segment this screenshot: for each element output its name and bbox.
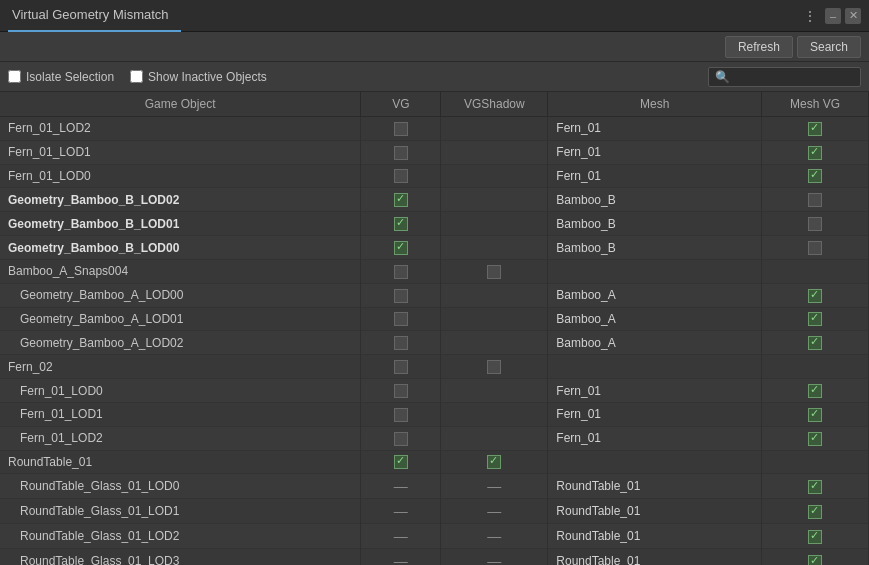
search-wrapper: 🔍 bbox=[708, 67, 861, 87]
title-bar: Virtual Geometry Mismatch ⋮ – ✕ bbox=[0, 0, 869, 32]
col-header-mesh: Mesh bbox=[548, 92, 762, 117]
cell-game-object: RoundTable_Glass_01_LOD1 bbox=[0, 499, 361, 524]
show-inactive-objects-input[interactable] bbox=[130, 70, 143, 83]
data-table: Game Object VG VGShadow Mesh Mesh VG Fer… bbox=[0, 92, 869, 565]
checkbox-empty bbox=[394, 336, 408, 350]
table-row[interactable]: Geometry_Bamboo_A_LOD01Bamboo_A bbox=[0, 307, 869, 331]
cell-mesh: RoundTable_01 bbox=[548, 549, 762, 565]
table-row[interactable]: Bamboo_A_Snaps004 bbox=[0, 259, 869, 283]
table-row[interactable]: Fern_01_LOD1Fern_01 bbox=[0, 402, 869, 426]
cell-mesh: Bamboo_A bbox=[548, 307, 762, 331]
checkbox-checked bbox=[808, 408, 822, 422]
cell-meshvg bbox=[762, 474, 869, 499]
cell-vg bbox=[361, 117, 441, 141]
table-row[interactable]: RoundTable_Glass_01_LOD2——RoundTable_01 bbox=[0, 524, 869, 549]
cell-vgshadow: — bbox=[441, 499, 548, 524]
cell-meshvg bbox=[762, 307, 869, 331]
cell-meshvg bbox=[762, 283, 869, 307]
dash-indicator: — bbox=[394, 553, 408, 565]
isolate-selection-checkbox[interactable]: Isolate Selection bbox=[8, 70, 114, 84]
table-row[interactable]: Fern_01_LOD1Fern_01 bbox=[0, 140, 869, 164]
cell-mesh: RoundTable_01 bbox=[548, 499, 762, 524]
checkbox-checked bbox=[808, 312, 822, 326]
cell-mesh: Bamboo_B bbox=[548, 188, 762, 212]
cell-game-object: Geometry_Bamboo_A_LOD02 bbox=[0, 331, 361, 355]
table-row[interactable]: Fern_01_LOD2Fern_01 bbox=[0, 117, 869, 141]
checkbox-checked bbox=[394, 217, 408, 231]
checkbox-checked bbox=[808, 505, 822, 519]
table-row[interactable]: Fern_01_LOD0Fern_01 bbox=[0, 164, 869, 188]
cell-vgshadow bbox=[441, 188, 548, 212]
isolate-selection-input[interactable] bbox=[8, 70, 21, 83]
cell-mesh: Bamboo_B bbox=[548, 212, 762, 236]
table-row[interactable]: Fern_02 bbox=[0, 355, 869, 379]
checkbox-empty bbox=[394, 312, 408, 326]
cell-vg: — bbox=[361, 474, 441, 499]
cell-vgshadow bbox=[441, 236, 548, 260]
cell-vg bbox=[361, 164, 441, 188]
close-button[interactable]: ✕ bbox=[845, 8, 861, 24]
cell-game-object: Geometry_Bamboo_B_LOD00 bbox=[0, 236, 361, 260]
checkbox-empty bbox=[487, 265, 501, 279]
cell-vg bbox=[361, 355, 441, 379]
toolbar: Refresh Search bbox=[0, 32, 869, 62]
table-row[interactable]: Geometry_Bamboo_B_LOD02Bamboo_B bbox=[0, 188, 869, 212]
search-input[interactable] bbox=[734, 70, 854, 84]
table-row[interactable]: RoundTable_Glass_01_LOD1——RoundTable_01 bbox=[0, 499, 869, 524]
cell-mesh bbox=[548, 259, 762, 283]
checkbox-empty bbox=[808, 217, 822, 231]
search-button[interactable]: Search bbox=[797, 36, 861, 58]
cell-vg: — bbox=[361, 499, 441, 524]
table-row[interactable]: Geometry_Bamboo_A_LOD02Bamboo_A bbox=[0, 331, 869, 355]
cell-vgshadow bbox=[441, 307, 548, 331]
cell-meshvg bbox=[762, 140, 869, 164]
table-row[interactable]: RoundTable_Glass_01_LOD0——RoundTable_01 bbox=[0, 474, 869, 499]
cell-mesh: RoundTable_01 bbox=[548, 474, 762, 499]
table-row[interactable]: RoundTable_01 bbox=[0, 450, 869, 474]
refresh-button[interactable]: Refresh bbox=[725, 36, 793, 58]
table-row[interactable]: Geometry_Bamboo_B_LOD01Bamboo_B bbox=[0, 212, 869, 236]
table-row[interactable]: Fern_01_LOD2Fern_01 bbox=[0, 426, 869, 450]
checkbox-checked bbox=[394, 455, 408, 469]
show-inactive-objects-label: Show Inactive Objects bbox=[148, 70, 267, 84]
cell-mesh bbox=[548, 355, 762, 379]
cell-meshvg bbox=[762, 355, 869, 379]
table-row[interactable]: Fern_01_LOD0Fern_01 bbox=[0, 379, 869, 403]
col-header-vgshadow: VGShadow bbox=[441, 92, 548, 117]
cell-mesh: Fern_01 bbox=[548, 426, 762, 450]
cell-game-object: Geometry_Bamboo_B_LOD01 bbox=[0, 212, 361, 236]
cell-mesh: Fern_01 bbox=[548, 117, 762, 141]
checkbox-checked bbox=[808, 122, 822, 136]
table-row[interactable]: RoundTable_Glass_01_LOD3——RoundTable_01 bbox=[0, 549, 869, 565]
cell-game-object: Geometry_Bamboo_B_LOD02 bbox=[0, 188, 361, 212]
cell-vg bbox=[361, 236, 441, 260]
options-bar: Isolate Selection Show Inactive Objects … bbox=[0, 62, 869, 92]
checkbox-checked bbox=[394, 193, 408, 207]
cell-meshvg bbox=[762, 331, 869, 355]
cell-vgshadow bbox=[441, 140, 548, 164]
dash-indicator: — bbox=[487, 478, 501, 494]
checkbox-empty bbox=[394, 360, 408, 374]
checkbox-empty bbox=[394, 122, 408, 136]
cell-meshvg bbox=[762, 188, 869, 212]
cell-vgshadow bbox=[441, 259, 548, 283]
checkbox-checked bbox=[808, 146, 822, 160]
cell-game-object: Bamboo_A_Snaps004 bbox=[0, 259, 361, 283]
cell-vgshadow bbox=[441, 164, 548, 188]
checkbox-checked bbox=[394, 241, 408, 255]
cell-meshvg bbox=[762, 259, 869, 283]
window-title: Virtual Geometry Mismatch bbox=[8, 0, 181, 32]
cell-vg bbox=[361, 212, 441, 236]
table-row[interactable]: Geometry_Bamboo_A_LOD00Bamboo_A bbox=[0, 283, 869, 307]
table-row[interactable]: Geometry_Bamboo_B_LOD00Bamboo_B bbox=[0, 236, 869, 260]
cell-game-object: Fern_02 bbox=[0, 355, 361, 379]
dash-indicator: — bbox=[487, 503, 501, 519]
show-inactive-objects-checkbox[interactable]: Show Inactive Objects bbox=[130, 70, 267, 84]
dash-indicator: — bbox=[394, 478, 408, 494]
window-menu-button[interactable]: ⋮ bbox=[799, 6, 821, 26]
cell-meshvg bbox=[762, 117, 869, 141]
minimize-button[interactable]: – bbox=[825, 8, 841, 24]
cell-game-object: Geometry_Bamboo_A_LOD00 bbox=[0, 283, 361, 307]
cell-vg bbox=[361, 140, 441, 164]
cell-meshvg bbox=[762, 212, 869, 236]
